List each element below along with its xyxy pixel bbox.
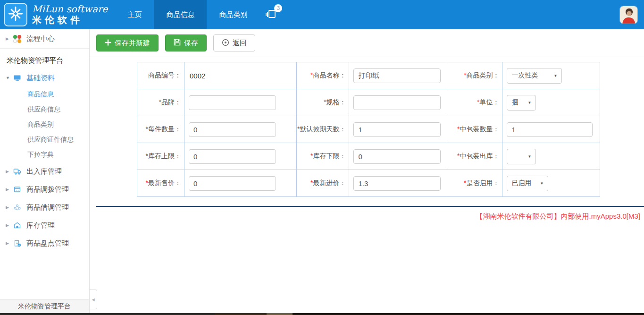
field-cell-unit: 捆▼ — [502, 89, 600, 116]
sidebar-group-label: 商品借调管理 — [26, 203, 69, 212]
field-mid-package-outbound[interactable]: ▼ — [507, 149, 536, 164]
label-text: 默认效期天数： — [300, 125, 346, 133]
sidebar-item-下拉字典[interactable]: 下拉字典 — [0, 147, 89, 162]
monitor-icon — [12, 74, 22, 82]
label-text: 商品编号： — [148, 71, 181, 79]
label-text: 库存上限： — [148, 152, 181, 160]
form-row: 商品编号：0002*商品名称：*商品类别：一次性类▼ — [137, 62, 600, 89]
sidebar-group-label: 基础资料 — [26, 74, 55, 83]
sidebar-group-label: 商品调拨管理 — [26, 185, 69, 194]
field-cell-qty-per-item — [184, 116, 297, 143]
open-windows-button[interactable]: 3 — [264, 8, 277, 22]
label-spec: *规格： — [297, 89, 349, 116]
sidebar-group-商品借调管理[interactable]: ▶商品借调管理 — [0, 198, 89, 216]
field-cell-product-category: 一次性类▼ — [502, 62, 600, 89]
field-cell-spec — [349, 89, 447, 116]
sidebar-group-库存管理[interactable]: ▶库存管理 — [0, 216, 89, 234]
field-cell-latest-sale-price — [184, 170, 297, 197]
sidebar-item-供应商信息[interactable]: 供应商信息 — [0, 102, 89, 117]
form-row: *每件数量：*默认效期天数：*中包装数量： — [137, 116, 600, 143]
field-cell-brand — [184, 89, 297, 116]
field-cell-is-enabled: 已启用▼ — [502, 170, 600, 197]
field-stock-upper-limit[interactable] — [189, 149, 276, 164]
field-latest-sale-price[interactable] — [189, 176, 276, 191]
field-stock-lower-limit[interactable] — [353, 149, 441, 164]
label-stock-upper-limit: *库存上限： — [137, 143, 184, 170]
label-text: 规格： — [326, 98, 346, 106]
chevron-down-icon: ▼ — [6, 76, 12, 80]
dropdown-arrow-icon: ▼ — [528, 101, 532, 105]
nav-tab[interactable]: 商品信息 — [154, 0, 207, 29]
label-text: 品牌： — [161, 98, 181, 106]
windows-count-badge: 3 — [274, 4, 282, 12]
top-header: MiLun software 米伦软件 主页商品信息商品类别 3 — [0, 0, 644, 29]
field-cell-product-name — [349, 62, 447, 89]
sidebar-item-flow-center[interactable]: ▶ 流程中心 — [0, 29, 89, 49]
field-brand[interactable] — [189, 95, 276, 110]
label-is-enabled: *是否启用： — [447, 170, 502, 197]
save-button[interactable]: 保存 — [165, 34, 207, 51]
dropdown-arrow-icon: ▼ — [554, 74, 558, 78]
label-text: 是否启用： — [466, 179, 499, 187]
toolbar: 保存并新建保存返回 — [90, 29, 644, 57]
sidebar-item-label: 流程中心 — [26, 34, 55, 43]
field-unit[interactable]: 捆▼ — [507, 95, 536, 111]
brand-name-zh: 米伦软件 — [32, 15, 108, 26]
field-cell-mid-package-outbound: ▼ — [502, 143, 600, 170]
clover-icon — [12, 34, 22, 43]
sidebar-platform-title: 米伦物资管理平台 — [0, 49, 89, 69]
cascade-windows-icon — [264, 13, 277, 21]
label-mid-package-outbound: *中包装出库： — [447, 143, 502, 170]
sidebar-group-基础资料[interactable]: ▼基础资料 — [0, 69, 89, 87]
label-latest-purchase-price: *最新进价： — [297, 170, 349, 197]
label-mid-package-qty: *中包装数量： — [447, 116, 502, 143]
nav-tabs: 主页商品信息商品类别 — [115, 0, 259, 29]
field-latest-purchase-price[interactable] — [353, 176, 441, 191]
selected-value: 一次性类 — [511, 71, 538, 80]
nav-tab[interactable]: 主页 — [115, 0, 154, 29]
label-unit: *单位： — [447, 89, 502, 116]
label-qty-per-item: *每件数量： — [137, 116, 184, 143]
save-and-new-button[interactable]: 保存并新建 — [96, 34, 159, 51]
field-is-enabled[interactable]: 已启用▼ — [507, 176, 548, 191]
sidebar-group-label: 出入库管理 — [26, 167, 62, 176]
user-avatar[interactable] — [620, 6, 637, 24]
sidebar-menu: ▼基础资料商品信息供应商信息商品类别供应商证件信息下拉字典▶出入库管理▶商品调拨… — [0, 69, 89, 252]
license-notice: 【湖南米伦软件有限公司】内部使用.myApps3.0[M3] — [90, 207, 644, 221]
sidebar-footer: 米伦物资管理平台 — [0, 299, 89, 313]
label-text: 库存下限： — [313, 152, 346, 160]
sidebar-group-出入库管理[interactable]: ▶出入库管理 — [0, 162, 89, 180]
field-default-validity-days[interactable] — [353, 122, 441, 137]
field-product-name[interactable] — [353, 68, 441, 83]
nav-tab[interactable]: 商品类别 — [207, 0, 259, 29]
label-latest-sale-price: *最新售价： — [137, 170, 184, 197]
field-mid-package-qty[interactable] — [507, 122, 593, 137]
sidebar-group-商品调拨管理[interactable]: ▶商品调拨管理 — [0, 180, 89, 198]
sidebar-group-label: 库存管理 — [26, 221, 55, 230]
save-icon — [174, 39, 181, 47]
label-default-validity-days: *默认效期天数： — [297, 116, 349, 143]
sidebar-item-商品信息[interactable]: 商品信息 — [0, 87, 89, 102]
label-text: 中包装出库： — [460, 152, 499, 160]
field-qty-per-item[interactable] — [189, 122, 276, 137]
label-text: 商品类别： — [466, 71, 499, 79]
save-button-label: 保存 — [184, 39, 198, 48]
sidebar-group-商品盘点管理[interactable]: ▶商品盘点管理 — [0, 234, 89, 252]
bottom-window-edge — [0, 313, 644, 315]
field-cell-stock-upper-limit — [184, 143, 297, 170]
selected-value: 捆 — [511, 98, 518, 107]
back-button[interactable]: 返回 — [213, 34, 255, 51]
label-text: 最新售价： — [148, 179, 181, 187]
chevron-right-icon: ▶ — [6, 223, 12, 228]
chevron-right-icon: ▶ — [6, 205, 12, 210]
form-row: *最新售价：*最新进价：*是否启用：已启用▼ — [137, 170, 600, 197]
field-cell-latest-purchase-price — [349, 170, 447, 197]
sidebar-item-商品类别[interactable]: 商品类别 — [0, 117, 89, 132]
field-product-category[interactable]: 一次性类▼ — [507, 68, 562, 84]
sidebar-group-label: 商品盘点管理 — [26, 239, 69, 248]
field-cell-product-code: 0002 — [184, 62, 297, 89]
sidebar-item-供应商证件信息[interactable]: 供应商证件信息 — [0, 132, 89, 147]
field-spec[interactable] — [353, 95, 441, 110]
field-product-code: 0002 — [189, 72, 205, 80]
sidebar-collapse-handle[interactable]: ◀ — [90, 289, 97, 309]
